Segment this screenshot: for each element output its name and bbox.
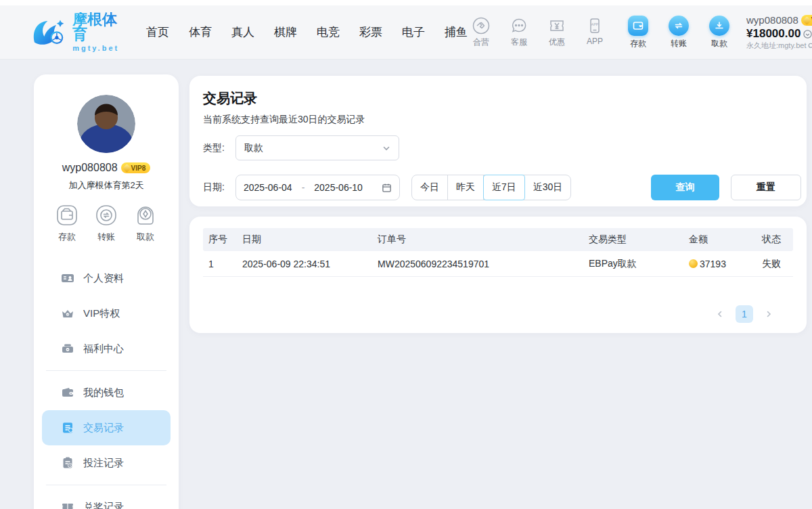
sidebar-deposit-button[interactable]: 存款 xyxy=(54,202,80,243)
prev-page-icon[interactable] xyxy=(716,310,724,318)
sidebar-username: wyp080808 xyxy=(62,162,118,174)
prize-record-icon xyxy=(61,500,74,509)
cell-index: 1 xyxy=(203,259,237,269)
sidebar-item-label: 我的钱包 xyxy=(83,386,124,399)
sidebar-item-bets[interactable]: 投注记录 xyxy=(34,445,179,481)
col-header-status: 状态 xyxy=(757,234,793,246)
handshake-icon xyxy=(472,17,490,35)
promo-label: 优惠 xyxy=(549,37,565,48)
wallet-actions: 存款 转账 取款 xyxy=(623,16,734,49)
pagination: 1 xyxy=(203,305,793,323)
page-number-current[interactable]: 1 xyxy=(736,305,753,323)
sidebar-item-label: 福利中心 xyxy=(83,342,124,355)
sidebar-item-vip[interactable]: VIP特权 xyxy=(34,296,179,331)
sidebar-vip-badge: VIP8 xyxy=(121,162,151,173)
nav-item-esports[interactable]: 电竞 xyxy=(317,24,340,40)
username: wyp080808 xyxy=(746,14,798,27)
sidebar-withdraw-button[interactable]: 取款 xyxy=(133,202,158,243)
user-summary[interactable]: wyp080808 VIP8 ¥18000.00 永久地址:mgty.bet xyxy=(746,14,812,51)
transfer-button[interactable]: 转账 xyxy=(664,16,694,49)
refresh-balance-icon[interactable] xyxy=(803,30,812,39)
app-download-button[interactable]: APP APP xyxy=(581,17,608,48)
secondary-actions: 合营 客服 优惠 APP APP xyxy=(468,17,608,48)
cell-order-no: MW202506092234519701 xyxy=(372,259,583,269)
deposit-label: 存款 xyxy=(630,38,646,49)
transfer-icon xyxy=(669,16,689,36)
next-page-icon[interactable] xyxy=(765,310,773,318)
sidebar-quick-actions: 存款 转账 取款 xyxy=(34,202,179,243)
sidebar-item-label: 个人资料 xyxy=(83,272,124,285)
menu-divider xyxy=(46,370,166,371)
app-label: APP xyxy=(587,37,603,46)
joined-days-text: 加入摩根体育第2天 xyxy=(34,179,179,192)
brand-title: 摩根体育 xyxy=(72,12,125,42)
date-range-input[interactable]: 2025-06-04 - 2025-06-10 xyxy=(235,175,400,200)
nav-item-cards[interactable]: 棋牌 xyxy=(274,24,297,40)
transfer-outline-icon xyxy=(93,202,119,228)
sidebar-item-profile[interactable]: 个人资料 xyxy=(34,261,179,296)
crown-icon xyxy=(61,307,74,320)
date-separator: - xyxy=(302,182,305,193)
reset-button[interactable]: 重置 xyxy=(731,175,801,200)
sidebar-item-prizes[interactable]: 兑奖记录 xyxy=(34,489,179,509)
magnifier-icon[interactable] xyxy=(808,43,812,49)
sidebar-item-transactions[interactable]: 交易记录 xyxy=(42,410,171,445)
main-content: 交易记录 当前系统支持查询最近30日的交易记录 类型: 取款 日期: 2025-… xyxy=(189,76,807,333)
svg-text:APP: APP xyxy=(591,22,599,26)
sidebar-avatar[interactable] xyxy=(77,95,135,153)
page-title: 交易记录 xyxy=(203,89,801,108)
gift-box-icon xyxy=(61,342,74,355)
sidebar-transfer-label: 转账 xyxy=(97,231,115,243)
search-button[interactable]: 查询 xyxy=(651,175,719,200)
date-to-value: 2025-06-10 xyxy=(314,182,363,193)
deposit-outline-icon xyxy=(54,202,80,228)
nav-item-sports[interactable]: 体育 xyxy=(189,24,212,40)
col-header-order: 订单号 xyxy=(372,234,583,246)
support-label: 客服 xyxy=(511,37,527,48)
col-header-index: 序号 xyxy=(203,234,237,246)
range-7days-button[interactable]: 近7日 xyxy=(483,175,525,200)
yuan-coupon-icon xyxy=(548,17,566,35)
date-label: 日期: xyxy=(203,181,230,194)
id-card-icon xyxy=(61,271,74,285)
partner-label: 合营 xyxy=(473,37,489,48)
nav-item-live[interactable]: 真人 xyxy=(231,24,254,40)
promo-button[interactable]: 优惠 xyxy=(543,17,570,48)
sidebar-item-label: 投注记录 xyxy=(83,457,124,470)
cell-status: 失败 xyxy=(757,258,793,270)
partner-button[interactable]: 合营 xyxy=(468,17,495,48)
brand-logo[interactable]: 摩根体育 mgty.bet xyxy=(30,12,125,52)
chat-support-icon xyxy=(510,17,528,35)
balance-amount: ¥18000.00 xyxy=(746,26,800,41)
range-today-button[interactable]: 今日 xyxy=(412,175,448,200)
type-select[interactable]: 取款 xyxy=(235,135,399,160)
deposit-icon xyxy=(628,16,648,36)
transaction-record-icon xyxy=(61,421,74,435)
brand-logo-icon xyxy=(30,16,67,49)
withdraw-button[interactable]: 取款 xyxy=(704,16,734,49)
calendar-icon xyxy=(382,183,392,193)
nav-item-slots[interactable]: 电子 xyxy=(402,24,425,40)
filter-card: 交易记录 当前系统支持查询最近30日的交易记录 类型: 取款 日期: 2025-… xyxy=(189,76,807,206)
sidebar-deposit-label: 存款 xyxy=(58,231,76,243)
bet-record-icon xyxy=(61,456,74,470)
nav-item-home[interactable]: 首页 xyxy=(146,24,169,40)
wallet-icon xyxy=(61,386,74,399)
col-header-date: 日期 xyxy=(237,234,372,246)
profile-sidebar: wyp080808 VIP8 加入摩根体育第2天 存款 转账 xyxy=(34,74,179,509)
range-yesterday-button[interactable]: 昨天 xyxy=(448,175,484,200)
records-card: 序号 日期 订单号 交易类型 金额 状态 1 2025-06-09 22:34:… xyxy=(189,217,807,333)
primary-nav: 首页 体育 真人 棋牌 电竞 彩票 电子 捕鱼 xyxy=(146,24,468,40)
nav-item-fishing[interactable]: 捕鱼 xyxy=(445,24,468,40)
deposit-button[interactable]: 存款 xyxy=(623,16,653,49)
sidebar-item-wallet[interactable]: 我的钱包 xyxy=(34,375,179,410)
sidebar-transfer-button[interactable]: 转账 xyxy=(93,202,119,243)
support-button[interactable]: 客服 xyxy=(505,17,533,48)
mobile-app-icon: APP xyxy=(586,17,604,35)
sidebar-item-label: 兑奖记录 xyxy=(83,501,124,509)
sidebar-item-welfare[interactable]: 福利中心 xyxy=(34,331,179,366)
sidebar-item-label: VIP特权 xyxy=(83,307,120,320)
withdraw-outline-icon xyxy=(133,202,158,228)
range-30days-button[interactable]: 近30日 xyxy=(525,175,571,200)
nav-item-lottery[interactable]: 彩票 xyxy=(359,24,382,40)
